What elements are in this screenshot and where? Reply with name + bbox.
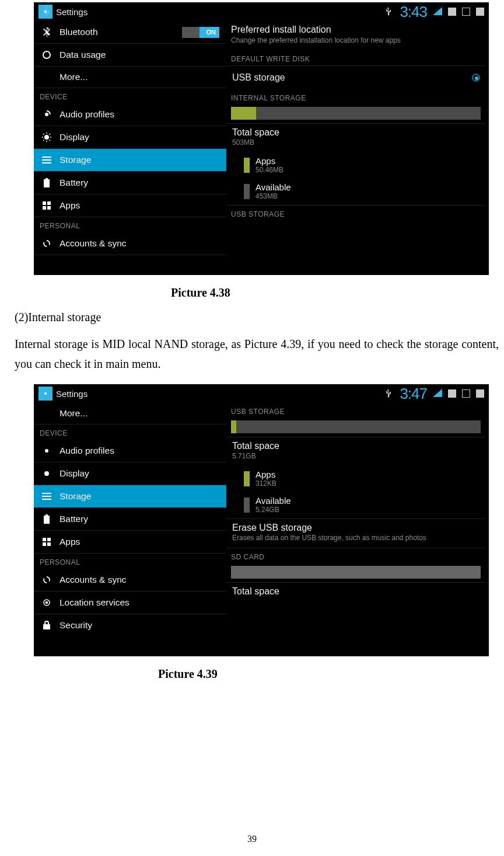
usb-usage-bar <box>231 420 481 433</box>
app-title: Settings <box>38 5 88 19</box>
row-title: Erase USB storage <box>232 523 480 533</box>
signal-icon <box>433 7 442 17</box>
svg-point-15 <box>44 471 49 476</box>
svg-rect-20 <box>44 516 50 524</box>
sidebar-item-data-usage[interactable]: Data usage <box>34 44 226 67</box>
preferred-install-row[interactable]: Preferred install location Change the pr… <box>226 21 485 50</box>
caption-439: Picture 4.39 <box>158 668 502 680</box>
total-space-row[interactable]: Total space 503MB <box>226 123 485 152</box>
sidebar-item-bluetooth[interactable]: Bluetooth ON <box>34 21 226 44</box>
row-title: Apps <box>256 156 284 166</box>
color-swatch-icon <box>244 184 250 199</box>
sidebar-item-audio[interactable]: Audio profiles <box>34 440 226 462</box>
apps-icon <box>41 536 52 548</box>
sidebar-item-label: Bluetooth <box>60 27 98 37</box>
apps-usage-row[interactable]: Apps 312KB <box>226 466 485 492</box>
svg-rect-24 <box>47 542 51 546</box>
sidebar-item-audio[interactable]: Audio profiles <box>34 103 226 126</box>
sidebar-item-label: Audio profiles <box>60 446 114 456</box>
row-title: Apps <box>256 469 276 479</box>
radio-selected-icon[interactable] <box>473 74 480 81</box>
sidebar-item-sync[interactable]: Accounts & sync <box>34 232 226 255</box>
security-icon <box>41 620 52 631</box>
sidebar-item-more[interactable]: More... <box>34 67 226 88</box>
svg-rect-19 <box>46 514 48 516</box>
sidebar-item-display[interactable]: Display <box>34 126 226 149</box>
cat-default-disk: DEFAULT WRITE DISK <box>226 50 485 65</box>
svg-point-3 <box>44 135 49 140</box>
toggle-on[interactable]: ON <box>182 27 219 38</box>
app-title-text: Settings <box>56 7 88 17</box>
sidebar-item-battery[interactable]: Battery <box>34 508 226 531</box>
sidebar-item-storage[interactable]: Storage <box>34 149 226 172</box>
color-swatch-icon <box>244 471 250 486</box>
erase-usb-row[interactable]: Erase USB storage Erases all data on the… <box>226 519 485 548</box>
audio-profiles-icon <box>41 109 52 120</box>
usb-icon <box>382 6 394 18</box>
color-swatch-icon <box>244 158 250 173</box>
row-title: Total space <box>232 441 480 451</box>
row-value: 503MB <box>232 138 480 147</box>
signal-icon <box>433 389 442 399</box>
row-title: Available <box>256 496 291 506</box>
category-device: DEVICE <box>34 88 226 103</box>
svg-point-13 <box>44 392 47 395</box>
display-icon <box>41 468 52 479</box>
usb-storage-radio-row[interactable]: USB storage <box>226 65 485 89</box>
battery-icon <box>41 177 52 189</box>
sidebar-item-display[interactable]: Display <box>34 462 226 485</box>
available-row[interactable]: Available 5.24GB <box>226 492 485 519</box>
available-row[interactable]: Available 453MB <box>226 179 485 205</box>
row-title: Total space <box>232 586 480 597</box>
sidebar-item-apps[interactable]: Apps <box>34 531 226 554</box>
row-subtitle: Change the preferred installation locati… <box>231 36 481 44</box>
app-title: Settings <box>38 387 88 401</box>
screenshot-438: Settings 3:43 Bluetooth ON Data usage Mo… <box>34 2 489 275</box>
svg-rect-16 <box>42 493 51 494</box>
svg-rect-8 <box>44 179 50 187</box>
apps-usage-row[interactable]: Apps 50.46MB <box>226 152 485 179</box>
sidebar-item-label: Data usage <box>60 50 106 60</box>
svg-rect-23 <box>43 542 46 546</box>
status-bar: Settings 3:43 <box>34 2 489 21</box>
bt-status-icon <box>462 8 470 16</box>
sidebar-item-security[interactable]: Security <box>34 614 226 636</box>
sidebar-item-location[interactable]: Location services <box>34 591 226 614</box>
color-swatch-icon <box>244 497 250 513</box>
svg-point-26 <box>46 602 48 604</box>
battery-icon <box>41 513 52 525</box>
cat-usb-storage: USB STORAGE <box>226 403 485 418</box>
row-value: 453MB <box>256 192 291 200</box>
row-label: USB storage <box>232 72 285 83</box>
storage-icon <box>41 490 52 502</box>
sidebar-item-label: More... <box>60 408 88 419</box>
sidebar-item-label: Audio profiles <box>60 109 114 120</box>
sd-usage-bar <box>231 566 481 579</box>
row-subtitle: Erases all data on the USB storage, such… <box>232 534 480 542</box>
svg-point-14 <box>45 449 48 453</box>
sidebar-item-sync[interactable]: Accounts & sync <box>34 569 226 591</box>
audio-profiles-icon <box>41 445 52 457</box>
sidebar-item-apps[interactable]: Apps <box>34 194 226 217</box>
category-device: DEVICE <box>34 424 226 440</box>
usb-icon <box>382 388 394 399</box>
svg-rect-18 <box>42 499 51 500</box>
sidebar-item-more[interactable]: More... <box>34 403 226 424</box>
battery-status-icon <box>476 389 484 398</box>
total-space-row[interactable]: Total space 5.71GB <box>226 437 485 466</box>
heading-internal-storage: (2)Internal storage <box>15 309 502 326</box>
network-icon <box>448 8 456 16</box>
storage-panel: USB STORAGE Total space 5.71GB Apps 312K… <box>226 403 489 636</box>
sidebar-item-label: Storage <box>60 491 91 502</box>
sidebar-item-label: Apps <box>60 537 80 547</box>
settings-icon <box>38 387 52 401</box>
sidebar-item-storage[interactable]: Storage <box>34 485 226 508</box>
status-bar: Settings 3:47 <box>34 384 489 403</box>
cat-internal: INTERNAL STORAGE <box>226 89 485 105</box>
sd-total-row[interactable]: Total space <box>226 582 485 597</box>
sidebar-item-label: Battery <box>60 178 88 188</box>
sidebar-item-battery[interactable]: Battery <box>34 172 226 194</box>
row-title: Preferred install location <box>231 25 481 35</box>
svg-rect-12 <box>47 206 51 210</box>
row-value: 312KB <box>256 479 276 488</box>
